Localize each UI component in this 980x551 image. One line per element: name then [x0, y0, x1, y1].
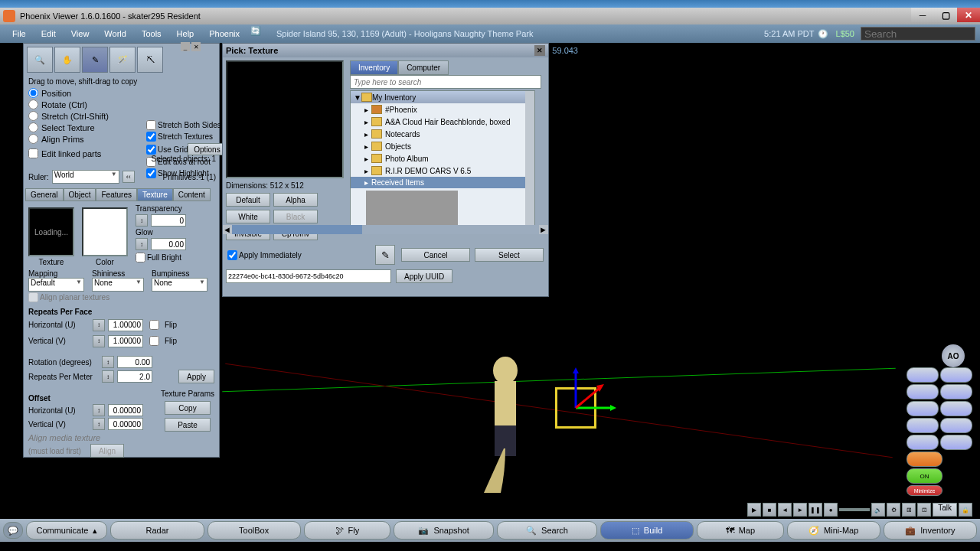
menu-view[interactable]: View	[64, 29, 97, 38]
chat-bubble-button[interactable]: 💬	[3, 522, 23, 539]
media-x1[interactable]: ⊞	[902, 503, 916, 517]
pipette-button[interactable]: ✎	[375, 245, 395, 265]
transparency-input[interactable]	[151, 214, 186, 227]
vv-spin[interactable]: ↕	[93, 335, 105, 347]
talk-button[interactable]: Talk	[933, 503, 957, 517]
default-texture-button[interactable]: Default	[226, 193, 270, 207]
radio-align-prims[interactable]: Align Prims	[24, 133, 113, 145]
build-button[interactable]: ⬚Build	[600, 521, 694, 540]
rbtn-1[interactable]	[906, 367, 939, 383]
offset-h-input[interactable]	[108, 404, 143, 416]
tree-item-objects[interactable]: ▸Objects	[351, 140, 534, 152]
tree-hscroll[interactable]: ◄►	[223, 225, 548, 234]
horizontal-u-input[interactable]	[108, 319, 143, 331]
fly-button[interactable]: 🕊Fly	[304, 521, 390, 540]
radio-rotate[interactable]: Rotate (Ctrl)	[24, 99, 113, 110]
rbtn-2[interactable]	[940, 367, 972, 383]
media-rec[interactable]: ●	[824, 503, 838, 517]
tab-inventory[interactable]: Inventory	[350, 60, 398, 75]
tab-features[interactable]: Features	[96, 188, 136, 201]
window-close[interactable]: ✕	[957, 8, 980, 22]
menu-edit[interactable]: Edit	[34, 29, 64, 38]
window-minimize[interactable]: ─	[911, 8, 934, 22]
grid-options-button[interactable]: Options	[188, 143, 226, 155]
check-apply-immediately[interactable]: Apply Immediately	[227, 249, 302, 261]
tab-content[interactable]: Content	[173, 188, 211, 201]
rotation-input[interactable]	[117, 356, 152, 368]
media-x3[interactable]: 🔒	[959, 503, 972, 517]
media-play[interactable]: ▶	[747, 503, 761, 517]
glow-spin[interactable]: ↕	[136, 238, 148, 250]
rbtn-5[interactable]	[906, 401, 939, 416]
tool-focus[interactable]: 🔍	[27, 47, 53, 73]
radio-stretch[interactable]: Stretch (Ctrl-Shift)	[24, 110, 113, 122]
flip-u-check[interactable]	[149, 320, 159, 330]
search-input[interactable]	[861, 27, 975, 41]
apply-uuid-button[interactable]: Apply UUID	[396, 269, 452, 283]
inventory-button[interactable]: 💼Inventory	[884, 521, 977, 540]
communicate-button[interactable]: Communicate ▴	[26, 521, 107, 540]
rpm-input[interactable]	[117, 370, 152, 383]
offset-v-input[interactable]	[108, 418, 143, 430]
toolbox-button[interactable]: ToolBox	[207, 521, 301, 540]
rbtn-3[interactable]	[906, 384, 939, 399]
tab-computer[interactable]: Computer	[398, 60, 449, 75]
rbtn-on[interactable]: ON	[906, 468, 942, 484]
uuid-input[interactable]	[226, 269, 391, 283]
select-button[interactable]: Select	[475, 248, 544, 262]
color-swatch[interactable]	[82, 207, 128, 256]
transp-spin[interactable]: ↕	[136, 214, 148, 227]
build-panel-close[interactable]: ✕	[191, 42, 201, 51]
offh-spin[interactable]: ↕	[93, 404, 105, 416]
rbtn-9[interactable]	[906, 435, 939, 450]
menu-world[interactable]: World	[96, 29, 134, 38]
window-maximize[interactable]: ▢	[934, 8, 957, 22]
radio-select-texture[interactable]: Select Texture	[24, 122, 113, 133]
edit-gizmo[interactable]	[555, 387, 596, 429]
bumpiness-dropdown[interactable]: None	[152, 278, 207, 292]
rbtn-8[interactable]	[940, 418, 972, 433]
menu-tools[interactable]: Tools	[134, 29, 169, 38]
tab-texture[interactable]: Texture	[137, 188, 173, 201]
radar-button[interactable]: Radar	[110, 521, 204, 540]
volume-slider[interactable]	[839, 508, 870, 511]
white-texture-button[interactable]: White	[226, 210, 270, 223]
tree-item-notecards[interactable]: ▸Notecards	[351, 128, 534, 140]
mapping-dropdown[interactable]: Default	[28, 278, 84, 292]
picker-search-input[interactable]	[350, 75, 541, 89]
tool-edit[interactable]: ✎	[82, 47, 108, 73]
cancel-button[interactable]: Cancel	[401, 248, 470, 262]
build-panel-minimize[interactable]: _	[181, 42, 190, 51]
hu-spin[interactable]: ↕	[93, 319, 105, 331]
vertical-v-input[interactable]	[108, 335, 143, 347]
rbtn-7[interactable]	[906, 418, 939, 433]
media-pause[interactable]: ❚❚	[808, 503, 822, 517]
inventory-tree[interactable]: ▼ My Inventory ▸#Phoenix ▸A&A Cloud Hair…	[350, 90, 535, 230]
tree-item-hair[interactable]: ▸A&A Cloud Hair Beachblonde, boxed	[351, 116, 534, 128]
menu-file[interactable]: File	[5, 29, 34, 38]
refresh-icon[interactable]: 🔄	[250, 26, 266, 41]
picker-close[interactable]: ✕	[534, 45, 545, 56]
tree-item-received[interactable]: ▸Received Items	[351, 177, 534, 188]
media-stop[interactable]: ■	[763, 503, 776, 517]
media-settings[interactable]: ⚙	[887, 503, 900, 517]
media-next[interactable]: ►	[793, 503, 807, 517]
media-prev[interactable]: ◄	[778, 503, 792, 517]
tab-object[interactable]: Object	[64, 188, 96, 201]
rpm-spin[interactable]: ↕	[102, 370, 114, 383]
menu-help[interactable]: Help	[169, 29, 202, 38]
tab-general[interactable]: General	[25, 188, 64, 201]
flip-v-check[interactable]	[149, 336, 159, 346]
ruler-dropdown[interactable]: World	[52, 170, 119, 184]
menu-phoenix[interactable]: Phoenix	[201, 29, 247, 38]
snapshot-button[interactable]: 📷Snapshot	[394, 521, 494, 540]
ao-badge[interactable]: AO	[942, 344, 965, 367]
tree-item-photoalbum[interactable]: ▸Photo Album	[351, 152, 534, 165]
offv-spin[interactable]: ↕	[93, 418, 105, 430]
tree-item-democars[interactable]: ▸R.I.R DEMO CARS V 6.5	[351, 165, 534, 177]
minimap-button[interactable]: 🧭Mini-Map	[787, 521, 880, 540]
tool-move[interactable]: ✋	[54, 47, 80, 73]
rbtn-6[interactable]	[940, 401, 972, 416]
tool-land[interactable]: ⛏	[137, 47, 163, 73]
volume-icon[interactable]: 🔊	[871, 503, 885, 517]
